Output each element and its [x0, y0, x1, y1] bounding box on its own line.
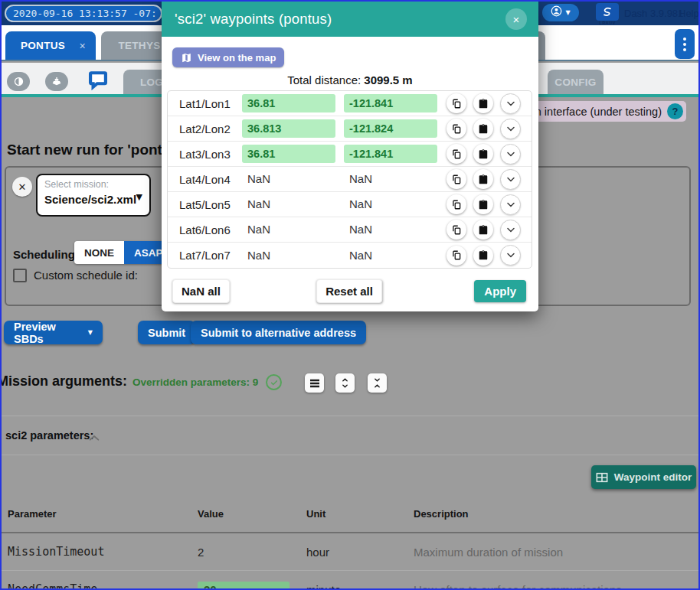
list-view-button[interactable] — [305, 373, 324, 393]
copy-button[interactable] — [446, 119, 466, 139]
expand-row-button[interactable] — [500, 169, 521, 190]
nan-all-button[interactable]: NaN all — [172, 279, 230, 303]
parameter-value[interactable]: 30 — [198, 582, 289, 590]
collapse-all-button[interactable] — [368, 373, 387, 393]
waypoint-editor-button[interactable]: Waypoint editor — [591, 465, 696, 489]
expand-row-button[interactable] — [500, 119, 521, 139]
waypoint-label: Lat2/Lon2 — [179, 122, 242, 135]
copy-button[interactable] — [446, 194, 466, 214]
submit-button[interactable]: Submit — [138, 321, 195, 344]
custom-schedule-checkbox[interactable] — [13, 269, 27, 282]
lon-input[interactable]: NaN — [344, 195, 437, 214]
scheduling-label: Scheduling: — [13, 248, 79, 261]
waypoint-row: Lat1/Lon1 36.81 -121.841 — [168, 91, 532, 116]
lrauv-logo: LRAUV — [594, 3, 620, 25]
waypoints-table: Lat1/Lon1 36.81 -121.841 Lat2/Lon2 36.81… — [167, 90, 532, 269]
tab-pontus[interactable]: PONTUS × — [5, 31, 96, 60]
lat-input[interactable]: NaN — [242, 246, 335, 265]
mission-select-label: Select mission: — [44, 179, 142, 190]
paste-button[interactable] — [473, 246, 493, 266]
lat-input[interactable]: 36.813 — [242, 119, 335, 138]
preview-sbds-button[interactable]: Preview SBDs ▼ — [4, 321, 103, 344]
lat-input[interactable]: NaN — [242, 170, 335, 188]
expand-row-button[interactable] — [500, 194, 521, 215]
collapse-section-chevron-icon[interactable] — [88, 431, 100, 445]
view-on-map-button[interactable]: View on the map — [172, 47, 284, 67]
paste-button[interactable] — [473, 220, 493, 240]
parameter-value[interactable]: 2 — [198, 546, 306, 559]
chevron-down-icon: ▼ — [88, 329, 93, 336]
lrauv-logo-icon — [596, 3, 619, 21]
reset-all-button[interactable]: Reset all — [316, 279, 382, 303]
account-menu-button[interactable]: ▼ — [542, 4, 579, 21]
parameters-table: Parameter Value Unit Description Mission… — [2, 496, 698, 590]
contrast-toggle-icon[interactable] — [7, 72, 30, 91]
divider — [2, 416, 698, 416]
copy-button[interactable] — [446, 169, 466, 189]
help-question-icon[interactable]: ? — [667, 103, 683, 119]
lon-input[interactable]: -121.824 — [344, 119, 437, 138]
modal-title: 'sci2' waypoints (pontus) — [175, 11, 332, 28]
waypoint-row: Lat7/Lon7 NaN NaN — [168, 243, 532, 268]
paste-button[interactable] — [473, 119, 493, 139]
mission-arguments-label: Mission arguments: — [0, 373, 127, 390]
lat-input[interactable]: 36.81 — [242, 94, 335, 112]
waypoint-actions — [446, 119, 532, 139]
paste-icon — [478, 224, 489, 236]
tab-config[interactable]: CONFIG — [548, 70, 604, 94]
lon-input[interactable]: NaN — [344, 170, 437, 188]
sci2-parameters-label: sci2 parameters: — [5, 429, 93, 442]
custom-schedule-label: Custom schedule id: — [34, 269, 138, 282]
more-options-button[interactable] — [675, 29, 695, 59]
waypoint-row: Lat3/Lon3 36.81 -121.841 — [168, 142, 532, 167]
lat-input[interactable]: NaN — [242, 195, 335, 214]
expand-row-button[interactable] — [500, 220, 521, 240]
expand-row-button[interactable] — [500, 93, 521, 114]
chevron-down-icon — [506, 125, 515, 132]
chevron-down-icon — [506, 227, 515, 233]
lon-input[interactable]: NaN — [344, 220, 437, 239]
expand-all-button[interactable] — [335, 373, 355, 393]
submit-alternative-button[interactable]: Submit to alternative address — [191, 321, 366, 344]
header-parameter: Parameter — [8, 508, 198, 520]
lat-input[interactable]: 36.81 — [242, 145, 335, 163]
chevron-down-icon: ▼ — [136, 192, 142, 202]
paste-icon — [478, 123, 489, 135]
apply-button[interactable]: Apply — [474, 280, 526, 302]
lon-input[interactable]: NaN — [344, 246, 437, 265]
mission-select[interactable]: Select mission: Science/sci2.xml ▼ — [36, 174, 151, 217]
copy-button[interactable] — [446, 93, 466, 113]
app-window: 2020-09-16 13:13:57 -07: ▼ LRAUV Dash 3.… — [0, 0, 700, 590]
waypoint-label: Lat1/Lon1 — [179, 97, 242, 110]
lon-input[interactable]: -121.841 — [344, 145, 437, 163]
paste-button[interactable] — [473, 93, 493, 113]
waypoint-actions — [446, 245, 532, 266]
paste-button[interactable] — [473, 169, 493, 189]
chat-icon[interactable] — [87, 69, 110, 93]
schedule-none-button[interactable]: NONE — [74, 241, 124, 264]
clear-mission-button[interactable]: ✕ — [12, 177, 32, 197]
copy-button[interactable] — [446, 220, 466, 240]
overridden-parameters-text: Overridden parameters: 9 — [132, 376, 258, 388]
lon-input[interactable]: -121.841 — [344, 94, 437, 112]
vehicle-ship-icon[interactable] — [45, 72, 68, 91]
copy-button[interactable] — [446, 246, 466, 266]
expand-row-button[interactable] — [500, 144, 521, 165]
paste-button[interactable] — [473, 144, 493, 164]
copy-icon — [451, 98, 462, 109]
lat-input[interactable]: NaN — [242, 220, 335, 239]
close-tab-icon[interactable]: × — [80, 40, 86, 52]
chevron-down-icon — [506, 252, 515, 259]
paste-icon — [478, 249, 489, 261]
help-link[interactable]: Help — [679, 8, 699, 19]
chevron-down-icon — [506, 151, 515, 158]
paste-icon — [478, 199, 489, 210]
parameter-description: How often to surface for communications — [414, 583, 698, 590]
modal-footer: NaN all Reset all Apply — [172, 278, 526, 304]
waypoint-actions — [446, 194, 532, 215]
copy-button[interactable] — [446, 144, 466, 164]
paste-button[interactable] — [473, 194, 493, 214]
total-distance-value: 3099.5 m — [364, 73, 412, 86]
expand-row-button[interactable] — [500, 245, 521, 266]
close-icon[interactable]: × — [505, 8, 527, 30]
